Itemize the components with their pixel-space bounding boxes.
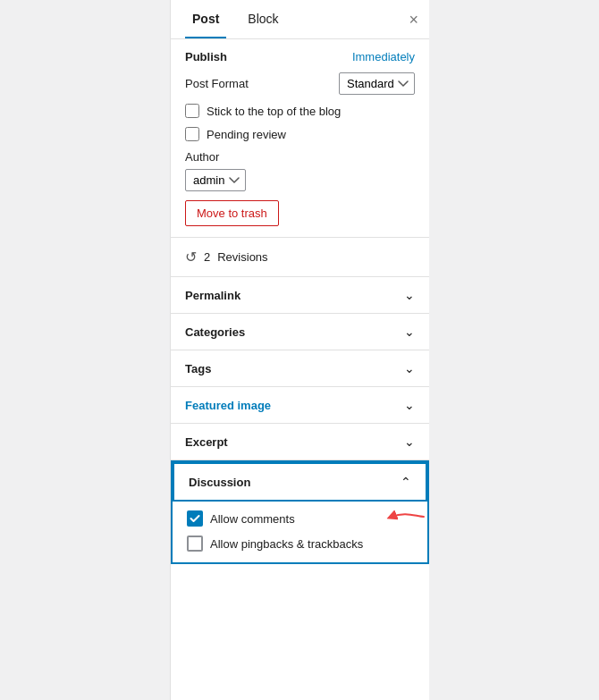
- pending-review-row: Pending review: [185, 127, 415, 141]
- permalink-header[interactable]: Permalink ⌄: [171, 277, 429, 313]
- categories-accordion: Categories ⌄: [171, 314, 429, 350]
- allow-pingbacks-checkbox[interactable]: [187, 536, 203, 552]
- allow-comments-label: Allow comments: [210, 512, 295, 526]
- tab-block[interactable]: Block: [240, 1, 285, 38]
- excerpt-label: Excerpt: [185, 435, 228, 449]
- featured-image-accordion: Featured image ⌄: [171, 387, 429, 424]
- excerpt-accordion: Excerpt ⌄: [171, 424, 429, 460]
- permalink-label: Permalink: [185, 289, 240, 302]
- allow-comments-row: Allow comments: [187, 510, 413, 527]
- categories-header[interactable]: Categories ⌄: [171, 314, 429, 350]
- tags-label: Tags: [185, 362, 211, 375]
- settings-panel: Post Block × Publish Immediately Post Fo…: [170, 0, 429, 700]
- discussion-content: Allow comments Allow pingba: [173, 502, 427, 562]
- revisions-section: ↺ 2 Revisions: [171, 238, 429, 277]
- post-format-row: Post Format Standard Aside Chat Gallery …: [185, 72, 415, 95]
- stick-to-top-label: Stick to the top of the blog: [207, 105, 341, 118]
- move-to-trash-button[interactable]: Move to trash: [185, 200, 279, 226]
- stick-to-top-row: Stick to the top of the blog: [185, 104, 415, 118]
- excerpt-header[interactable]: Excerpt ⌄: [171, 424, 429, 460]
- permalink-chevron-icon: ⌄: [404, 288, 415, 302]
- allow-comments-checkbox[interactable]: [187, 510, 203, 527]
- tags-header[interactable]: Tags ⌄: [171, 350, 429, 386]
- revisions-icon: ↺: [185, 249, 197, 266]
- excerpt-chevron-icon: ⌄: [404, 434, 415, 449]
- allow-pingbacks-row: Allow pingbacks & trackbacks: [187, 536, 413, 552]
- categories-chevron-icon: ⌄: [404, 325, 415, 339]
- discussion-label: Discussion: [189, 476, 250, 489]
- featured-image-chevron-icon: ⌄: [404, 398, 415, 412]
- post-format-select[interactable]: Standard Aside Chat Gallery Link Image Q…: [339, 72, 415, 95]
- tab-post[interactable]: Post: [185, 1, 226, 38]
- permalink-accordion: Permalink ⌄: [171, 277, 429, 314]
- checkmark-icon: [190, 513, 200, 524]
- arrow-indicator: [384, 506, 427, 531]
- revisions-row[interactable]: ↺ 2 Revisions: [185, 249, 415, 266]
- author-label: Author: [185, 150, 415, 164]
- post-format-label: Post Format: [185, 77, 249, 90]
- featured-image-label: Featured image: [185, 399, 271, 412]
- revisions-count: 2: [204, 250, 210, 264]
- discussion-accordion: Discussion ⌃ Allow comments: [171, 460, 429, 564]
- stick-to-top-checkbox[interactable]: [185, 104, 199, 118]
- categories-label: Categories: [185, 325, 245, 339]
- discussion-chevron-icon: ⌃: [401, 475, 411, 489]
- featured-image-header[interactable]: Featured image ⌄: [171, 387, 429, 423]
- discussion-header[interactable]: Discussion ⌃: [173, 462, 427, 502]
- publish-label: Publish: [185, 50, 227, 63]
- pending-review-checkbox[interactable]: [185, 127, 199, 141]
- tab-bar: Post Block ×: [171, 0, 429, 39]
- close-button[interactable]: ×: [409, 12, 418, 28]
- tags-chevron-icon: ⌄: [404, 361, 415, 375]
- revisions-label: Revisions: [217, 250, 267, 264]
- allow-pingbacks-label: Allow pingbacks & trackbacks: [210, 537, 363, 551]
- tags-accordion: Tags ⌄: [171, 350, 429, 387]
- publish-value[interactable]: Immediately: [352, 50, 415, 63]
- publish-section: Publish Immediately Post Format Standard…: [171, 39, 429, 238]
- pending-review-label: Pending review: [207, 128, 286, 141]
- author-select[interactable]: admin: [185, 169, 246, 191]
- publish-row: Publish Immediately: [185, 50, 415, 63]
